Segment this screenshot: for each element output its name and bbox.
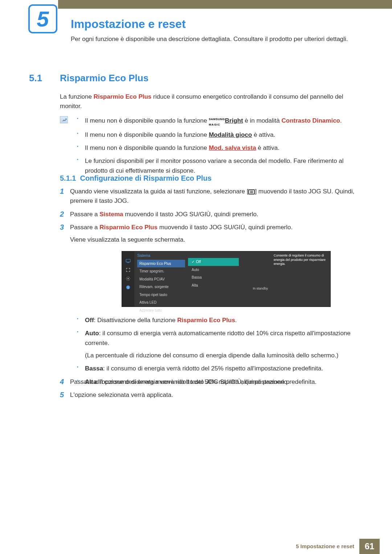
note-item: Il menu non è disponibile quando la funz… xyxy=(77,143,360,153)
gear-icon xyxy=(125,276,131,281)
chapter-number: 5 xyxy=(37,2,49,36)
step-5: 5 L'opzione selezionata verrà applicata. xyxy=(60,390,360,400)
option-auto: Auto: il consumo di energia verrà automa… xyxy=(77,329,360,360)
note-list: Il menu non è disponibile quando la funz… xyxy=(77,115,360,179)
osd-screenshot: Sistema Risparmio Eco Plus Timer spegnim… xyxy=(122,251,331,307)
top-band xyxy=(0,0,392,9)
step-2: 2 Passare a Sistema muovendo il tasto JO… xyxy=(60,210,360,219)
option-off: Off: Disattivazione della funzione Rispa… xyxy=(77,316,360,325)
note-icon xyxy=(60,116,68,123)
monitor-icon xyxy=(125,259,131,264)
svg-rect-4 xyxy=(128,287,128,288)
resize-icon xyxy=(125,267,131,272)
step-3: 3 Passare a Risparmio Eco Plus muovendo … xyxy=(60,223,360,245)
osd-option: Auto xyxy=(188,266,239,274)
osd-option: Alta xyxy=(188,282,239,290)
subsection-heading: 5.1.1 Configurazione di Risparmio Eco Pl… xyxy=(60,173,212,184)
info-icon xyxy=(125,285,131,290)
svg-rect-5 xyxy=(128,286,128,287)
note-item: Il menu non è disponibile quando la funz… xyxy=(77,130,360,140)
osd-option: Off xyxy=(188,258,239,266)
page-number: 61 xyxy=(359,539,380,554)
step-list-1: 1 Quando viene visualizzata la guida ai … xyxy=(60,187,360,249)
chapter-title: Impostazione e reset xyxy=(71,15,186,33)
option-bassa: Bassa: il consumo di energia verrà ridot… xyxy=(77,364,360,373)
osd-menu-column: Sistema Risparmio Eco Plus Timer spegnim… xyxy=(134,251,188,307)
section-number: 5.1 xyxy=(29,71,42,85)
osd-menu-item: Rilevam. sorgente xyxy=(137,283,185,291)
svg-rect-1 xyxy=(127,263,129,263)
osd-menu-item: Azzerare tutto xyxy=(137,307,185,315)
chapter-number-box: 5 xyxy=(28,4,57,33)
page-footer: 5 Impostazione e reset 61 xyxy=(0,539,392,554)
osd-menu-item: Risparmio Eco Plus xyxy=(137,260,185,268)
step-list-2: 4 Passare all'opzione desiderata muovend… xyxy=(60,377,360,404)
section-title: Risparmio Eco Plus xyxy=(60,71,148,85)
svg-rect-0 xyxy=(126,259,130,262)
note-item: Il menu non è disponibile quando la funz… xyxy=(77,115,360,127)
osd-description: Consente di regolare il consumo di energ… xyxy=(270,251,330,307)
svg-point-2 xyxy=(127,278,129,279)
osd-menu-item: Tempo ripet tasto xyxy=(137,291,185,299)
osd-option-column: Off Auto Bassa Alta xyxy=(188,251,239,307)
osd-values-column: In standby xyxy=(239,251,270,307)
osd-menu-item: Attiva LED xyxy=(137,299,185,307)
chapter-intro: Per ogni funzione è disponibile una desc… xyxy=(71,34,360,44)
footer-caption: 5 Impostazione e reset xyxy=(291,539,359,554)
osd-icon-column xyxy=(122,251,134,307)
osd-menu-item: Modalità PC/AV xyxy=(137,275,185,283)
osd-menu-item: Timer spegnim. xyxy=(137,267,185,275)
osd-value: In standby xyxy=(239,286,270,291)
menu-icon xyxy=(248,189,255,194)
step-4: 4 Passare all'opzione desiderata muovend… xyxy=(60,377,360,387)
osd-header: Sistema xyxy=(137,253,185,259)
step-1: 1 Quando viene visualizzata la guida ai … xyxy=(60,187,360,206)
section-intro: La funzione Risparmio Eco Plus riduce il… xyxy=(60,92,360,111)
osd-option: Bassa xyxy=(188,274,239,282)
